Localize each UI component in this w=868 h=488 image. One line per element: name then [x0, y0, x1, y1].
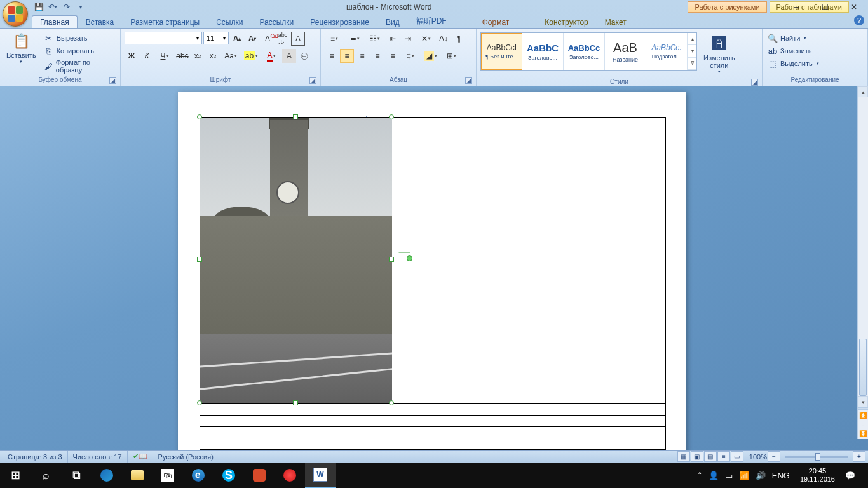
paragraph-dialog-launcher[interactable]: ◢	[465, 77, 472, 84]
paste-button[interactable]: 📋 Вставить ▾	[3, 30, 40, 65]
superscript-button[interactable]: x2	[206, 49, 220, 63]
language-indicator[interactable]: Русский (Россия)	[153, 451, 219, 463]
image-handle-ml[interactable]	[197, 257, 202, 262]
clipboard-dialog-launcher[interactable]: ◢	[109, 77, 116, 84]
tray-volume[interactable]: 🔊	[756, 471, 766, 480]
taskbar-app1[interactable]	[244, 463, 275, 488]
style-item-subtitle[interactable]: AaBbCc.Подзагол...	[646, 33, 688, 70]
scroll-thumb[interactable]	[859, 339, 867, 396]
vertical-scrollbar[interactable]: ▴ ▾ ⏫ ○ ⏬	[857, 86, 868, 439]
zoom-slider[interactable]	[785, 456, 848, 458]
strikethrough-button[interactable]: abc	[175, 49, 189, 63]
maximize-button[interactable]: ☐	[811, 0, 839, 14]
grow-font-button[interactable]: A▴	[230, 32, 244, 46]
word-count[interactable]: Число слов: 17	[68, 451, 128, 463]
shrink-font-button[interactable]: A▾	[245, 32, 259, 46]
align-center-button[interactable]: ≡	[340, 49, 354, 63]
tray-language[interactable]: ENG	[772, 471, 790, 480]
font-color-button[interactable]: A▾	[262, 49, 281, 63]
style-item-title[interactable]: AaBНазвание	[605, 33, 646, 70]
tray-wifi[interactable]: 📶	[739, 471, 749, 480]
taskbar-edge[interactable]	[92, 463, 122, 488]
prev-page-button[interactable]: ⏫	[858, 410, 868, 421]
align-left-button[interactable]: ≡	[325, 49, 339, 63]
image-handle-tr[interactable]	[389, 114, 394, 119]
numbering-button[interactable]: ≣▾	[345, 32, 364, 46]
search-button[interactable]: ⌕	[31, 463, 61, 488]
styles-scroll-down[interactable]: ▾	[688, 45, 696, 57]
justify-button[interactable]: ≡	[370, 49, 384, 63]
change-styles-button[interactable]: 🅰 Изменитьстили▾	[700, 32, 739, 76]
tab-table-layout[interactable]: Макет	[597, 15, 635, 28]
minimize-button[interactable]: ─	[782, 0, 811, 14]
tray-battery[interactable]: ▭	[725, 471, 733, 480]
close-button[interactable]: ✕	[839, 0, 868, 14]
next-page-button[interactable]: ⏬	[858, 428, 868, 439]
qat-customize[interactable]: ▾	[75, 1, 86, 13]
scroll-up-button[interactable]: ▴	[858, 86, 868, 97]
tab-home[interactable]: Главная	[32, 15, 78, 28]
style-item-normal[interactable]: AaBbCcI¶ Без инте...	[481, 33, 522, 70]
document-table[interactable]	[200, 117, 666, 450]
clear-formatting-button[interactable]: A⌫	[261, 32, 275, 46]
tab-review[interactable]: Рецензирование	[302, 15, 377, 28]
cut-button[interactable]: ✂Вырезать	[41, 32, 118, 44]
image-handle-bm[interactable]	[293, 400, 298, 405]
view-full-screen[interactable]: ▣	[691, 451, 703, 462]
tray-notifications[interactable]: 💬	[845, 471, 855, 480]
view-web-layout[interactable]: ▤	[704, 451, 717, 462]
line-spacing-button[interactable]: ‡▾	[401, 49, 420, 63]
tray-expand[interactable]: ˄	[698, 471, 702, 480]
spell-check-status[interactable]: ✔📖	[128, 451, 153, 463]
help-button[interactable]: ?	[854, 15, 864, 25]
taskbar-store[interactable]: 🛍	[153, 463, 183, 488]
start-button[interactable]: ⊞	[0, 463, 31, 488]
style-item-heading2[interactable]: AaBbCcЗаголово...	[564, 33, 605, 70]
bullets-button[interactable]: ≡▾	[325, 32, 344, 46]
change-case-button[interactable]: Aa▾	[221, 49, 240, 63]
highlight-button[interactable]: ab▾	[241, 49, 261, 63]
tray-clock[interactable]: 20:4519.11.2016	[796, 467, 839, 484]
character-border-button[interactable]: A	[291, 32, 305, 46]
redo-button[interactable]: ↷	[61, 1, 72, 13]
select-button[interactable]: ⬚Выделить▾	[765, 58, 822, 69]
show-marks-button[interactable]: ¶	[452, 32, 466, 46]
find-button[interactable]: 🔍Найти▾	[765, 32, 822, 44]
styles-dialog-launcher[interactable]: ◢	[751, 79, 758, 86]
font-name-select[interactable]: ▾	[125, 32, 202, 44]
taskbar-word[interactable]: W	[305, 463, 336, 488]
sort-button[interactable]: A↓	[437, 32, 451, 46]
image-handle-tm[interactable]	[293, 114, 298, 119]
taskbar-skype[interactable]: S	[214, 463, 244, 488]
zoom-out-button[interactable]: −	[768, 451, 780, 462]
increase-indent-button[interactable]: ⇥	[401, 32, 415, 46]
copy-button[interactable]: ⎘Копировать	[41, 45, 118, 57]
scroll-down-button[interactable]: ▾	[858, 396, 868, 407]
decrease-indent-button[interactable]: ⇤	[386, 32, 400, 46]
enclose-characters-button[interactable]: ㊥	[297, 49, 311, 63]
show-desktop-button[interactable]	[862, 463, 865, 488]
asian-layout-button[interactable]: ✕▾	[416, 32, 435, 46]
underline-button[interactable]: Ч▾	[155, 49, 174, 63]
image-rotate-handle[interactable]	[407, 255, 412, 261]
image-handle-br[interactable]	[389, 400, 394, 405]
tab-mailings[interactable]: Рассылки	[251, 15, 302, 28]
taskbar-opera[interactable]	[275, 463, 305, 488]
styles-gallery[interactable]: AaBbCcI¶ Без инте... AaBbCЗаголово... Aa…	[480, 32, 697, 71]
view-draft[interactable]: ▭	[731, 451, 743, 462]
align-right-button[interactable]: ≡	[355, 49, 369, 63]
tab-page-layout[interactable]: Разметка страницы	[122, 15, 208, 28]
inserted-picture[interactable]	[200, 118, 392, 403]
zoom-level[interactable]: 100%	[749, 453, 767, 461]
page-indicator[interactable]: Страница: 3 из 3	[3, 451, 68, 463]
document-page[interactable]: ✥	[178, 92, 686, 450]
bold-button[interactable]: Ж	[125, 49, 139, 63]
style-item-heading1[interactable]: AaBbCЗаголово...	[522, 33, 564, 70]
document-area[interactable]: ✥	[0, 86, 868, 450]
zoom-in-button[interactable]: +	[853, 451, 865, 462]
taskbar-explorer[interactable]	[122, 463, 153, 488]
subscript-button[interactable]: x2	[191, 49, 205, 63]
taskbar-ie[interactable]	[183, 463, 214, 488]
image-handle-bl[interactable]	[197, 400, 202, 405]
replace-button[interactable]: abЗаменить	[765, 45, 822, 57]
